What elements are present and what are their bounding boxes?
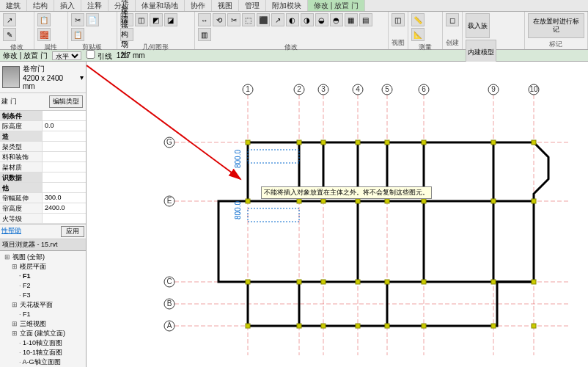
project-browser-tree[interactable]: 视图 (全部)楼层平面F1F2F3天花板平面F1三维视图立面 (建筑立面)1-1…: [0, 251, 86, 367]
svg-text:3: 3: [321, 85, 326, 93]
svg-rect-70: [532, 324, 536, 328]
ribbon-icon[interactable]: ↗: [3, 13, 16, 26]
ribbon-icon[interactable]: ◓: [330, 13, 343, 26]
svg-text:2: 2: [297, 85, 301, 93]
drawing-canvas[interactable]: 123456910GECBA 800.0800: [87, 62, 588, 367]
tree-node[interactable]: 天花板平面: [1, 300, 84, 310]
ribbon-icon[interactable]: ↔: [198, 13, 211, 26]
apply-button[interactable]: 应用: [61, 226, 84, 237]
ribbon-icon[interactable]: 连接构场地: [120, 28, 133, 41]
tab-7[interactable]: 视图: [212, 0, 239, 11]
prop-group-label: 制条件: [0, 111, 43, 120]
ribbon-icon[interactable]: ◪: [164, 13, 177, 26]
tab-3[interactable]: 注释: [81, 0, 109, 11]
svg-text:A: A: [167, 321, 172, 330]
ribbon-icon[interactable]: ✂: [71, 13, 84, 26]
ribbon-icon[interactable]: ⟲: [213, 13, 226, 26]
tab-6[interactable]: 协作: [185, 0, 212, 11]
tab-0[interactable]: 建筑: [0, 0, 27, 11]
tree-node[interactable]: F2: [1, 281, 84, 291]
tree-node[interactable]: 视图 (全部): [1, 252, 84, 262]
ribbon-icon[interactable]: ◑: [301, 13, 314, 26]
ribbon-icon[interactable]: ◐: [286, 13, 299, 26]
ribbon-icon[interactable]: ▥: [198, 28, 211, 41]
tree-node[interactable]: F1: [1, 310, 84, 319]
tab-2[interactable]: 插入: [54, 0, 81, 11]
tab-5[interactable]: 体量和场地: [136, 0, 185, 11]
prop-value[interactable]: 300.0: [43, 193, 86, 203]
ribbon-icon[interactable]: ◩: [150, 13, 163, 26]
svg-rect-60: [422, 199, 426, 203]
tree-node[interactable]: 10-1轴立面图: [1, 348, 84, 357]
svg-text:1: 1: [246, 85, 250, 93]
svg-rect-64: [491, 199, 496, 203]
ribbon-icon[interactable]: ◫: [392, 13, 405, 26]
prop-value[interactable]: 0.0: [43, 121, 86, 131]
tab-1[interactable]: 结构: [27, 0, 54, 11]
edit-type-button[interactable]: 编辑类型: [49, 95, 83, 108]
svg-rect-69: [532, 280, 536, 284]
prop-value[interactable]: [43, 152, 86, 161]
leader-checkbox[interactable]: [86, 50, 95, 59]
svg-rect-71: [248, 150, 299, 163]
ribbon-icon[interactable]: ▤: [359, 13, 372, 26]
svg-rect-45: [297, 280, 301, 284]
tab-8[interactable]: 管理: [239, 0, 266, 11]
svg-rect-58: [385, 324, 389, 328]
svg-text:E: E: [167, 197, 172, 205]
ribbon-icon[interactable]: ◻: [446, 13, 459, 26]
ribbon-icon[interactable]: 📄: [86, 13, 99, 26]
tree-node[interactable]: A-G轴立面图: [1, 357, 84, 367]
prop-value[interactable]: [43, 214, 86, 223]
tree-node[interactable]: 三维视图: [1, 319, 84, 329]
svg-text:B: B: [167, 299, 172, 308]
type-selector[interactable]: 卷帘门 4200 x 2400 mm ▾: [0, 62, 86, 93]
prop-value[interactable]: [43, 142, 86, 151]
properties-table: 制条件际高度0.0造架类型料和装饰架材质识数据他帘幅延伸300.0帘高度2400…: [0, 111, 86, 224]
ribbon-icon[interactable]: 📋: [37, 13, 51, 26]
constraint-header: 建 门: [1, 97, 17, 106]
ribbon-group: ◫视图: [389, 12, 408, 49]
tree-node[interactable]: 楼层平面: [1, 262, 84, 272]
svg-rect-52: [356, 199, 360, 203]
svg-text:G: G: [166, 138, 172, 146]
chevron-down-icon[interactable]: ▾: [80, 73, 84, 81]
tab-9[interactable]: 附加模块: [266, 0, 308, 11]
properties-help-link[interactable]: 性帮助: [1, 226, 21, 237]
ribbon-group-label: 测量: [411, 43, 439, 52]
ribbon-button[interactable]: 内建模型: [466, 40, 496, 65]
ribbon-group-label: 创建: [446, 38, 459, 48]
svg-rect-55: [385, 140, 389, 145]
ribbon-icon[interactable]: ↗: [271, 13, 284, 26]
ribbon-icon[interactable]: 🧱: [37, 28, 51, 41]
ribbon-icon[interactable]: ◒: [315, 13, 328, 26]
ribbon-button[interactable]: 载入族: [466, 13, 490, 38]
tree-node[interactable]: F1: [1, 272, 84, 281]
prop-value[interactable]: 2400.0: [43, 203, 86, 213]
ribbon-body: ↗✎修改📋🧱属性✂📄📋剪贴板连接端切割◫◩◪连接构场地几何图形↔⟲✂⬚⬛↗◐◑◒…: [0, 12, 588, 50]
direction-select[interactable]: 水平: [52, 51, 81, 60]
ribbon-icon[interactable]: ◫: [135, 13, 148, 26]
prop-value[interactable]: [43, 162, 86, 172]
tree-node[interactable]: F3: [1, 291, 84, 300]
prop-group-label: 他: [0, 183, 43, 192]
svg-rect-42: [246, 324, 250, 328]
ribbon-icon[interactable]: ⬚: [242, 13, 255, 26]
properties-panel: 卷帘门 4200 x 2400 mm ▾ 建 门 编辑类型 制条件际高度0.0造…: [0, 62, 87, 367]
tree-node[interactable]: 1-10轴立面图: [1, 338, 84, 348]
tree-node[interactable]: 立面 (建筑立面): [1, 329, 84, 338]
ribbon-icon[interactable]: 📏: [411, 13, 425, 26]
floor-plan: 123456910GECBA 800.0800: [87, 62, 588, 367]
ribbon-icon[interactable]: 📋: [71, 28, 84, 41]
ribbon-icon[interactable]: ⬛: [257, 13, 270, 26]
door-thumb-icon: [2, 66, 20, 88]
ribbon-icon[interactable]: ✎: [3, 28, 16, 41]
ribbon-icon[interactable]: ✂: [227, 13, 240, 26]
tab-10[interactable]: 修改 | 放置 门: [308, 0, 365, 11]
svg-rect-41: [246, 280, 250, 284]
ribbon-button[interactable]: 在放置时进行标记: [528, 13, 584, 38]
project-browser-title: 项目浏览器 - 15.rvt: [0, 239, 86, 251]
ribbon-icon[interactable]: ▦: [345, 13, 358, 26]
ribbon-icon[interactable]: 📐: [411, 28, 425, 41]
svg-rect-39: [246, 140, 250, 145]
